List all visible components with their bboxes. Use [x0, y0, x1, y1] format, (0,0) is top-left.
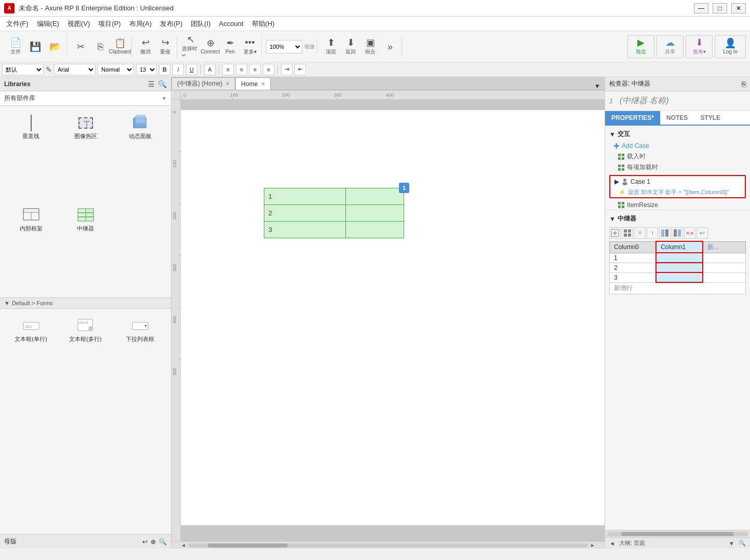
row2-new[interactable] — [703, 263, 745, 272]
vline-component[interactable]: 垂直线 — [4, 110, 58, 201]
menu-view[interactable]: 视图(V) — [63, 17, 94, 31]
rep-delete-btn[interactable]: ✕ — [634, 227, 646, 239]
outdent-button[interactable]: ⇤ — [294, 64, 306, 75]
font-select[interactable]: Arial — [54, 64, 96, 75]
scroll-right-btn[interactable]: ► — [590, 542, 595, 548]
row3-col1[interactable] — [656, 272, 703, 282]
menu-publish[interactable]: 发布(P) — [156, 17, 186, 31]
rep-col2-btn[interactable] — [672, 227, 683, 239]
font-size-select[interactable]: 13 — [136, 64, 157, 75]
masters-back-btn[interactable]: ↩ — [142, 538, 148, 545]
status-search-btn[interactable]: 🔍 — [739, 540, 746, 547]
row1-col0[interactable]: 1 — [610, 253, 657, 263]
masters-search-btn[interactable]: 🔍 — [159, 538, 167, 545]
col0-header[interactable]: Column0 — [610, 241, 657, 253]
interaction-section-toggle[interactable]: ▼ 交互 — [605, 128, 750, 141]
add-case-button[interactable]: ✚ Add Case — [605, 141, 750, 151]
font-color-button[interactable]: A — [204, 64, 216, 75]
hotspot-component[interactable]: 图像热区 — [59, 110, 112, 201]
right-panel-scrollbar-track[interactable] — [607, 532, 748, 536]
back-layer-button[interactable]: ⬇ 返回 — [341, 35, 360, 58]
save-button[interactable]: 💾 — [26, 35, 45, 58]
italic-button[interactable]: I — [172, 64, 184, 75]
row3-new[interactable] — [703, 272, 745, 282]
repeater-component[interactable]: 中继器 — [59, 202, 112, 294]
close-button[interactable]: ✕ — [731, 3, 746, 13]
row1-col1[interactable] — [656, 253, 703, 263]
row3-col0[interactable]: 3 — [610, 272, 657, 282]
connect-button[interactable]: ⊕ Connect — [201, 35, 220, 58]
rep-grid-btn[interactable] — [622, 227, 633, 239]
style-edit-btn[interactable]: ✎ — [46, 65, 52, 74]
undo-button[interactable]: ↩ 撤消 — [136, 35, 155, 58]
menu-help[interactable]: 帮助(H) — [248, 17, 279, 31]
menu-layout[interactable]: 布局(A) — [125, 17, 156, 31]
each-item-load-event[interactable]: 每项加载时 — [605, 162, 750, 173]
libraries-search-button[interactable]: 🔍 — [158, 80, 167, 88]
right-panel-scrollbar-thumb[interactable] — [621, 532, 734, 536]
textbox-component[interactable]: abc 文本框(单行) — [4, 313, 58, 347]
new-file-button[interactable]: 📄 文件 — [6, 35, 25, 58]
tab-properties[interactable]: PROPERTIES* — [605, 111, 660, 126]
libraries-menu-button[interactable]: ☰ — [148, 80, 155, 88]
repeater-widget[interactable]: 1 1 2 3 — [264, 188, 404, 238]
iframe-component[interactable]: 内部框架 — [4, 202, 58, 294]
dropdown-component[interactable]: 下拉列表框 — [113, 313, 167, 347]
scroll-left-btn[interactable]: ◄ — [181, 542, 186, 548]
top-layer-button[interactable]: ⬆ 顶层 — [322, 35, 340, 58]
all-libraries-dropdown[interactable]: 所有部件库 ▼ — [0, 91, 171, 106]
publish-button[interactable]: ⬇ 发布▾ — [686, 35, 713, 58]
login-button[interactable]: 👤 Log In — [715, 35, 746, 58]
h-scrollbar-thumb[interactable] — [208, 543, 288, 548]
masters-add-btn[interactable]: ⊕ — [151, 538, 156, 545]
redo-button[interactable]: ↪ 重做 — [156, 35, 175, 58]
new-col-header[interactable]: 新... — [703, 241, 745, 253]
dynamic-panel-component[interactable]: 动态面板 — [113, 110, 167, 201]
menu-team[interactable]: 团队(I) — [186, 17, 215, 31]
copy-button[interactable]: ⎘ — [91, 35, 110, 58]
h-scrollbar[interactable]: ◄ ► — [171, 541, 605, 549]
h-scrollbar-track[interactable] — [188, 543, 588, 548]
right-panel-scrollbar[interactable] — [605, 530, 750, 537]
textarea-component[interactable]: abcd 文本框(多行) — [59, 313, 112, 347]
item-resize-event[interactable]: ItemResize — [605, 200, 750, 210]
align-left-button[interactable]: ≡ — [222, 64, 234, 75]
rep-add-col-btn[interactable] — [609, 227, 621, 239]
underline-button[interactable]: U — [186, 64, 197, 75]
bold-button[interactable]: B — [159, 64, 170, 75]
share-button[interactable]: ☁ 共享 — [657, 35, 684, 58]
repeater-section-toggle[interactable]: ▼ 中继器 — [605, 212, 750, 225]
menu-account[interactable]: Account — [215, 18, 248, 30]
rep-cross-btn[interactable]: ✕✕ — [684, 227, 695, 239]
canvas-container[interactable]: 1 1 2 3 — [181, 100, 605, 541]
paste-button[interactable]: 📋 Clipboard — [111, 35, 129, 58]
inspector-copy-btn[interactable]: ⎘ — [742, 80, 746, 88]
rep-refresh-btn[interactable]: ↩ — [697, 227, 708, 239]
preview-button[interactable]: ▶ 预览 — [627, 35, 654, 58]
align-center-button[interactable]: ≡ — [236, 64, 247, 75]
case1-header[interactable]: ▶ Case 1 — [610, 176, 745, 187]
align-justify-button[interactable]: ≡ — [263, 64, 274, 75]
row2-col1[interactable] — [656, 263, 703, 272]
menu-file[interactable]: 文件(F) — [2, 17, 33, 31]
minimize-button[interactable]: — — [694, 3, 708, 13]
col1-header[interactable]: Column1 — [656, 241, 703, 253]
align-right-button[interactable]: ≡ — [249, 64, 261, 75]
tab-active[interactable]: Home ✕ — [235, 77, 271, 90]
more-button[interactable]: ••• 更多▾ — [240, 35, 259, 58]
row2-col0[interactable]: 2 — [610, 263, 657, 272]
tab-style[interactable]: STYLE — [694, 111, 727, 126]
row1-new[interactable] — [703, 253, 745, 263]
pen-button[interactable]: ✒ Pen — [221, 35, 239, 58]
indent-button[interactable]: ⇥ — [281, 64, 292, 75]
menu-edit[interactable]: 编辑(E) — [33, 17, 63, 31]
forms-section-header[interactable]: ▼ Default > Forms — [0, 297, 171, 309]
tab-inactive[interactable]: (中继器) (Home) ✕ — [171, 77, 235, 90]
maximize-button[interactable]: □ — [713, 3, 727, 13]
group-button[interactable]: ▣ 组合 — [361, 35, 380, 58]
add-row-btn[interactable]: 新增行 — [610, 282, 746, 294]
tab-active-close[interactable]: ✕ — [261, 81, 265, 87]
on-load-event[interactable]: 载入时 — [605, 151, 750, 162]
rep-up-btn[interactable]: ↑ — [647, 227, 658, 239]
zoom-select[interactable]: 100% 50% 150% 200% — [266, 40, 302, 53]
